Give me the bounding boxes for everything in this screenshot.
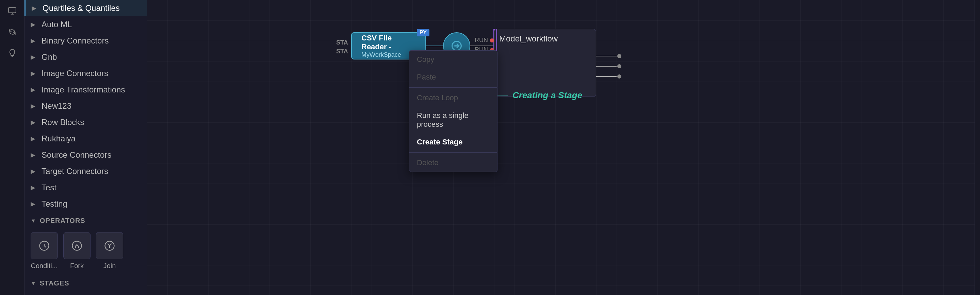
operators-section-header[interactable]: ▼ OPERATORS: [24, 212, 147, 227]
arrow-icon: ▶: [30, 102, 37, 110]
context-create-stage[interactable]: Create Stage: [409, 133, 497, 151]
sidebar-item-test[interactable]: ▶ Test: [24, 179, 147, 196]
right-scrollbar[interactable]: [975, 0, 980, 295]
svg-point-6: [73, 241, 82, 251]
context-copy[interactable]: Copy: [409, 51, 497, 68]
sidebar-item-binary-connectors[interactable]: ▶ Binary Connectors: [24, 33, 147, 49]
monitor-icon[interactable]: [5, 3, 20, 18]
arrow-icon: ▶: [30, 200, 37, 208]
arrow-icon: ▶: [30, 184, 37, 191]
svg-rect-0: [8, 8, 16, 13]
svg-line-9: [77, 245, 79, 246]
svg-line-14: [110, 244, 111, 246]
sidebar-item-label: Auto ML: [41, 20, 72, 29]
svg-line-13: [108, 244, 110, 246]
arrow-icon: ▶: [30, 70, 37, 77]
sidebar-item-label: New123: [41, 101, 72, 111]
refresh-icon[interactable]: [5, 24, 20, 40]
join-operator[interactable]: Join: [96, 232, 123, 270]
sidebar-item-source-connectors[interactable]: ▶ Source Connectors: [24, 147, 147, 163]
arrow-icon: ▶: [30, 168, 37, 175]
csv-node-title: CSV File Reader -: [361, 34, 416, 51]
fork-label: Fork: [70, 262, 84, 270]
sidebar-item-image-transformations[interactable]: ▶ Image Transformations: [24, 82, 147, 98]
sidebar-item-label: Testing: [41, 199, 67, 209]
context-create-loop: Create Loop: [409, 89, 497, 107]
arrow-icon: ▶: [30, 21, 37, 28]
csv-node-subtitle: MyWorkSpace: [361, 51, 416, 59]
svg-line-5: [44, 246, 46, 247]
arrow-down-icon: ▼: [30, 281, 37, 287]
sidebar-item-auto-ml[interactable]: ▶ Auto ML: [24, 16, 147, 33]
sidebar-item-label: Quartiles & Quantiles: [43, 3, 120, 13]
stages-section-header[interactable]: ▼ STAGES: [24, 274, 147, 290]
context-divider-1: [409, 87, 497, 88]
sidebar-item-label: Image Transformations: [41, 85, 125, 95]
sidebar-item-label: Row Blocks: [41, 117, 84, 127]
sidebar-item-label: Target Connectors: [41, 167, 108, 176]
sidebar-item-label: Source Connectors: [41, 150, 111, 160]
sidebar-item-rukhaiya[interactable]: ▶ Rukhaiya: [24, 130, 147, 147]
annotation-text: Creating a Stage: [512, 90, 582, 101]
svg-point-21: [617, 54, 621, 58]
icon-bar: [0, 0, 24, 295]
context-delete: Delete: [409, 154, 497, 171]
sidebar-item-image-connectors[interactable]: ▶ Image Connectors: [24, 65, 147, 82]
arrow-icon: ▶: [30, 53, 37, 61]
sidebar: ▶ Quartiles & Quantiles ▶ Auto ML ▶ Bina…: [24, 0, 147, 295]
sidebar-item-label: Gnb: [41, 52, 57, 62]
py-badge: PY: [417, 29, 430, 36]
context-menu: Copy Paste Create Loop Run as a single p…: [409, 50, 498, 172]
join-box[interactable]: [96, 232, 123, 259]
conditional-box[interactable]: [30, 232, 58, 259]
lightbulb-icon[interactable]: [5, 46, 20, 60]
conditional-operator[interactable]: Conditi...: [30, 232, 58, 270]
sidebar-item-testing[interactable]: ▶ Testing: [24, 196, 147, 212]
stages-section-label: STAGES: [40, 279, 69, 287]
main-canvas[interactable]: STA STA CSV File Reader - MyWorkSpace PY…: [147, 0, 975, 295]
arrow-icon: ▶: [30, 119, 37, 126]
model-workflow-node[interactable]: RUN RUN Model_workflow: [494, 29, 596, 97]
arrow-icon: ▶: [30, 151, 37, 159]
sidebar-item-target-connectors[interactable]: ▶ Target Connectors: [24, 163, 147, 179]
sidebar-item-quartiles[interactable]: ▶ Quartiles & Quantiles: [24, 0, 147, 16]
sidebar-item-label: Test: [41, 183, 56, 192]
svg-point-23: [617, 75, 621, 79]
operators-section-label: OPERATORS: [40, 217, 86, 225]
sidebar-item-row-blocks[interactable]: ▶ Row Blocks: [24, 114, 147, 130]
conditional-label: Conditi...: [31, 262, 58, 270]
join-label: Join: [103, 262, 116, 270]
svg-line-8: [76, 245, 77, 246]
run-label-1: RUN: [475, 37, 494, 44]
fork-box[interactable]: [63, 232, 91, 259]
operators-row: Conditi... Fork: [24, 227, 147, 274]
context-run-single[interactable]: Run as a single process: [409, 107, 497, 133]
arrow-icon: ▶: [30, 86, 37, 94]
arrow-icon: ▶: [32, 5, 38, 12]
sidebar-item-label: Image Connectors: [41, 69, 108, 78]
sta-top-label: STA: [336, 39, 348, 46]
arrow-icon: ▶: [30, 135, 37, 143]
model-title: Model_workflow: [499, 34, 558, 43]
arrow-down-icon: ▼: [30, 218, 37, 224]
sidebar-item-label: Binary Connectors: [41, 36, 108, 46]
sidebar-item-gnb[interactable]: ▶ Gnb: [24, 49, 147, 65]
arrow-icon: ▶: [30, 37, 37, 44]
svg-point-22: [617, 64, 621, 68]
sidebar-item-new123[interactable]: ▶ New123: [24, 98, 147, 114]
fork-operator[interactable]: Fork: [63, 232, 91, 270]
sta-bot-label: STA: [336, 48, 348, 55]
sidebar-item-label: Rukhaiya: [41, 134, 76, 143]
context-paste[interactable]: Paste: [409, 68, 497, 86]
